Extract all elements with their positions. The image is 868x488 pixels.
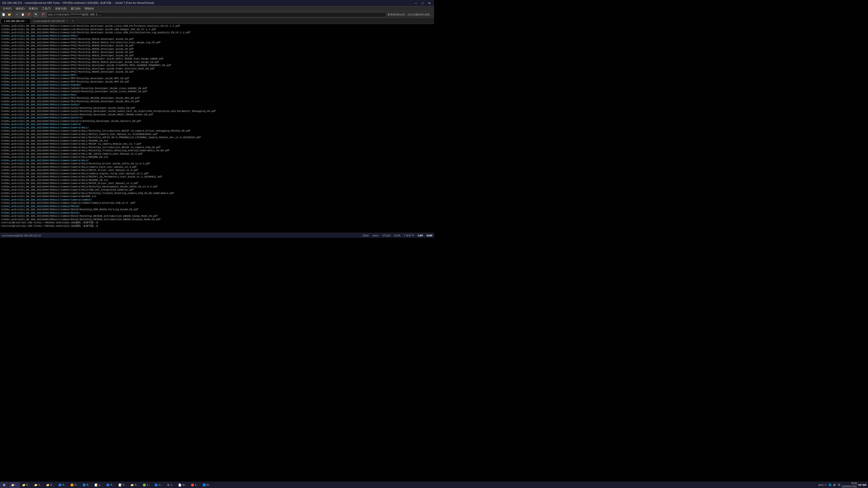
terminal-line-40: rk356x_android11_RK_SDK_20210806/RKDocs/… (1, 156, 433, 159)
terminal-line-20: rk356x_android11_RK_SDK_20210806/RKDocs/… (1, 90, 433, 93)
menu-item-h[interactable]: 帮助(H) (83, 6, 96, 11)
address-bar[interactable] (47, 12, 386, 17)
terminal-line-61: rootroot@rootroot-X99-Turbo:~/RK356x-And… (1, 224, 433, 228)
toolbar-search-button[interactable]: 🔍 (33, 12, 39, 18)
tab-label-0: 1 192.168.186.231 (4, 20, 25, 22)
terminal-line-17: rk356x_android11_RK_SDK_20210806/RKDocs/… (1, 80, 433, 84)
terminal-line-35: rk356x_android11_RK_SDK_20210806/RKDocs/… (1, 139, 433, 142)
status-caps: CAP (418, 234, 423, 237)
terminal: rk356x_android11_RK_SDK_20210806/RKDocs/… (0, 24, 434, 233)
toolbar-cut-button[interactable]: ✂ (14, 12, 20, 18)
terminal-line-48: rk356x_android11_RK_SDK_20210806/RKDocs/… (1, 182, 433, 185)
terminal-line-5: rk356x_android11_RK_SDK_20210806/RKDocs/… (1, 41, 433, 44)
menu-item-v[interactable]: 查看(V) (27, 6, 39, 11)
terminal-line-32: rk356x_android11_RK_SDK_20210806/RKDocs/… (1, 129, 433, 133)
terminal-line-3: rk356x_android11_RK_SDK_20210806/RKDocs/… (1, 34, 433, 38)
status-right-item-3: 63.68 (394, 234, 400, 237)
terminal-line-2: rk356x_android11_RK_SDK_20210806/RKDocs/… (1, 31, 433, 34)
maximize-button[interactable]: □ (420, 1, 426, 5)
terminal-line-22: rk356x_android11_RK_SDK_20210806/RKDocs/… (1, 97, 433, 100)
terminal-line-18: rk356x_android11_RK_SDK_20210806/RKDocs/… (1, 84, 433, 87)
minimize-button[interactable]: ─ (413, 1, 419, 5)
title-bar: 192.168.186.231 - rootroot@rootroot-X99-… (0, 0, 434, 6)
terminal-line-33: rk356x_android11_RK_SDK_20210806/RKDocs/… (1, 133, 433, 136)
terminal-line-6: rk356x_android11_RK_SDK_20210806/RKDocs/… (1, 44, 433, 47)
toolbar-sep2 (32, 12, 33, 17)
terminal-line-58: rk356x_android11_RK_SDK_20210806/RKDocs/… (1, 215, 433, 218)
toolbar-new-button[interactable]: 📄 (1, 12, 6, 18)
terminal-line-34: rk356x_android11_RK_SDK_20210806/RKDocs/… (1, 136, 433, 139)
terminal-line-56: rk356x_android11_RK_SDK_20210806/RKDocs/… (1, 208, 433, 212)
terminal-line-26: rk356x_android11_RK_SDK_20210806/RKDocs/… (1, 110, 433, 113)
tab-close-0[interactable]: × (26, 20, 27, 22)
tab-1[interactable]: 2 rootroot@192.168.186.231× (30, 19, 71, 24)
terminal-line-9: rk356x_android11_RK_SDK_20210806/RKDocs/… (1, 54, 433, 57)
toolbar: 📄 📂 ✂ 📋 📌 🔍 🚩 要添加到前会话，点击左侧的箭头按钮。 (0, 11, 434, 18)
menu-bar: 文件(F)编辑(E)查看(V)工具(T)选项卡(B)窗口(W)帮助(H) (0, 6, 434, 11)
terminal-line-60: rootroot@rootroot-X99-Turbo:~/RK356x-And… (1, 221, 433, 224)
status-right: SSH2xterm271x6363.682 会话 ▼CAPNUM (363, 234, 432, 237)
terminal-line-28: rk356x_android11_RK_SDK_20210806/RKDocs/… (1, 116, 433, 120)
terminal-line-0: rk356x_android11_RK_SDK_20210806/RKDocs/… (1, 24, 433, 28)
terminal-line-31: rk356x_android11_RK_SDK_20210806/RKDocs/… (1, 126, 433, 130)
terminal-line-37: rk356x_android11_RK_SDK_20210806/RKDocs/… (1, 146, 433, 149)
status-right-item-1: xterm (372, 234, 379, 237)
terminal-line-47: rk356x_android11_RK_SDK_20210806/RKDocs/… (1, 178, 433, 182)
terminal-line-4: rk356x_android11_RK_SDK_20210806/RKDocs/… (1, 37, 433, 41)
terminal-line-11: rk356x_android11_RK_SDK_20210806/RKDocs/… (1, 61, 433, 64)
terminal-line-54: rk356x_android11_RK_SDK_20210806/RKDocs/… (1, 201, 433, 205)
status-right-item-4: 2 会话 ▼ (404, 234, 414, 237)
window-controls: ─ □ ✕ (413, 1, 432, 5)
menu-item-b[interactable]: 选项卡(B) (53, 6, 68, 11)
tab-bar: 1 192.168.186.231×2 rootroot@192.168.186… (0, 18, 434, 24)
terminal-line-30: rk356x_android11_RK_SDK_20210806/RKDocs/… (1, 123, 433, 126)
toolbar-paste-button[interactable]: 📌 (26, 12, 31, 18)
toolbar-copy-button[interactable]: 📋 (20, 12, 26, 18)
menu-item-e[interactable]: 编辑(E) (14, 6, 27, 11)
menu-item-w[interactable]: 窗口(W) (69, 6, 82, 11)
status-bar: ssh://rootroot@192.168.186.231:22 SSH2xt… (0, 233, 434, 238)
toolbar-open-button[interactable]: 📂 (7, 12, 12, 18)
terminal-line-49: rk356x_android11_RK_SDK_20210806/RKDocs/… (1, 185, 433, 189)
terminal-line-25: rk356x_android11_RK_SDK_20210806/RKDocs/… (1, 106, 433, 110)
terminal-line-7: rk356x_android11_RK_SDK_20210806/RKDocs/… (1, 47, 433, 51)
menu-item-t[interactable]: 工具(T) (40, 6, 53, 11)
toolbar-flag-button[interactable]: 🚩 (41, 12, 46, 18)
tab-label-1: 2 rootroot@192.168.186.231 (33, 20, 65, 22)
terminal-line-38: rk356x_android11_RK_SDK_20210806/RKDocs/… (1, 149, 433, 152)
terminal-line-36: rk356x_android11_RK_SDK_20210806/RKDocs/… (1, 142, 433, 146)
status-num: NUM (427, 234, 432, 237)
menu-item-f[interactable]: 文件(F) (1, 6, 13, 11)
status-right-item-0: SSH2 (363, 234, 369, 237)
terminal-line-39: rk356x_android11_RK_SDK_20210806/RKDocs/… (1, 152, 433, 156)
window-title: 192.168.186.231 - rootroot@rootroot-X99-… (2, 1, 154, 5)
terminal-line-21: rk356x_android11_RK_SDK_20210806/RKDocs/… (1, 93, 433, 97)
toolbar-notification: 要添加到前会话，点击左侧的箭头按钮。 (386, 13, 433, 16)
terminal-line-15: rk356x_android11_RK_SDK_20210806/RKDocs/… (1, 74, 433, 77)
terminal-line-55: rk356x_android11_RK_SDK_20210806/RKDocs/… (1, 205, 433, 208)
terminal-line-46: rk356x_android11_RK_SDK_20210806/RKDocs/… (1, 175, 433, 178)
terminal-line-10: rk356x_android11_RK_SDK_20210806/RKDocs/… (1, 57, 433, 61)
terminal-line-13: rk356x_android11_RK_SDK_20210806/RKDocs/… (1, 67, 433, 70)
terminal-line-27: rk356x_android11_RK_SDK_20210806/RKDocs/… (1, 113, 433, 117)
terminal-line-23: rk356x_android11_RK_SDK_20210806/RKDocs/… (1, 100, 433, 103)
close-button[interactable]: ✕ (427, 1, 432, 5)
add-tab-button[interactable]: + (70, 19, 75, 23)
terminal-line-14: rk356x_android11_RK_SDK_20210806/RKDocs/… (1, 70, 433, 74)
toolbar-sep1 (13, 12, 13, 17)
terminal-line-59: rk356x_android11_RK_SDK_20210806/RKDocs/… (1, 218, 433, 221)
terminal-line-53: rk356x_android11_RK_SDK_20210806/RKDocs/… (1, 198, 433, 202)
status-left: ssh://rootroot@192.168.186.231:22 (2, 234, 41, 237)
status-left-item-0: ssh://rootroot@192.168.186.231:22 (2, 234, 41, 237)
tab-close-1[interactable]: × (66, 20, 68, 22)
tab-0[interactable]: 1 192.168.186.231× (1, 19, 30, 24)
terminal-line-1: rk356x_android11_RK_SDK_20210806/RKDocs/… (1, 28, 433, 31)
terminal-line-29: rk356x_android11_RK_SDK_20210806/RKDocs/… (1, 120, 433, 123)
terminal-line-43: rk356x_android11_RK_SDK_20210806/RKDocs/… (1, 165, 433, 169)
terminal-line-57: rk356x_android11_RK_SDK_20210806/RKDocs/… (1, 212, 433, 215)
terminal-line-51: rk356x_android11_RK_SDK_20210806/RKDocs/… (1, 192, 433, 195)
status-right-item-2: 271x63 (382, 234, 391, 237)
terminal-line-50: rk356x_android11_RK_SDK_20210806/RKDocs/… (1, 188, 433, 192)
toolbar-sep3 (40, 12, 40, 17)
terminal-line-42: rk356x_android11_RK_SDK_20210806/RKDocs/… (1, 162, 433, 165)
